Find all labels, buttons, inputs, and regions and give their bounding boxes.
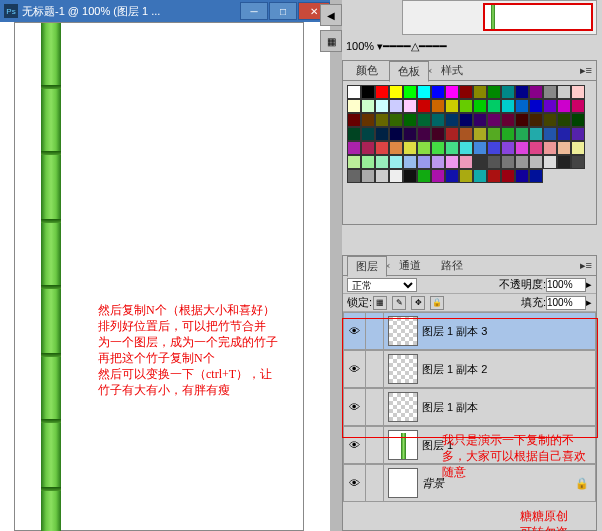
- lock-move-icon[interactable]: ✥: [411, 296, 425, 310]
- dock-panel-icon[interactable]: ▦: [320, 30, 342, 52]
- swatch[interactable]: [529, 169, 543, 183]
- panel-menu-icon[interactable]: ▸≡: [576, 259, 596, 272]
- swatch[interactable]: [487, 141, 501, 155]
- visibility-eye-icon[interactable]: 👁: [344, 465, 366, 501]
- swatch[interactable]: [431, 141, 445, 155]
- swatch[interactable]: [459, 113, 473, 127]
- layer-thumbnail[interactable]: [388, 430, 418, 460]
- swatch[interactable]: [417, 155, 431, 169]
- swatch[interactable]: [347, 127, 361, 141]
- swatch[interactable]: [403, 127, 417, 141]
- link-column[interactable]: [366, 465, 384, 501]
- swatch[interactable]: [501, 113, 515, 127]
- swatch[interactable]: [445, 85, 459, 99]
- swatch[interactable]: [571, 141, 585, 155]
- swatch[interactable]: [557, 99, 571, 113]
- swatch[interactable]: [417, 85, 431, 99]
- swatch[interactable]: [459, 99, 473, 113]
- swatch[interactable]: [515, 141, 529, 155]
- swatch[interactable]: [473, 85, 487, 99]
- swatches-grid[interactable]: [343, 81, 593, 187]
- swatch[interactable]: [543, 85, 557, 99]
- layer-thumbnail[interactable]: [388, 468, 418, 498]
- swatch[interactable]: [571, 127, 585, 141]
- swatch[interactable]: [501, 141, 515, 155]
- layer-thumbnail[interactable]: [388, 392, 418, 422]
- visibility-eye-icon[interactable]: 👁: [344, 313, 366, 349]
- swatch[interactable]: [445, 141, 459, 155]
- swatch[interactable]: [501, 169, 515, 183]
- swatch[interactable]: [375, 85, 389, 99]
- blend-mode-select[interactable]: 正常: [347, 278, 417, 292]
- swatch[interactable]: [487, 85, 501, 99]
- swatch[interactable]: [571, 155, 585, 169]
- swatch[interactable]: [501, 127, 515, 141]
- canvas[interactable]: [14, 22, 304, 531]
- swatch[interactable]: [445, 127, 459, 141]
- swatch[interactable]: [375, 155, 389, 169]
- swatch[interactable]: [361, 113, 375, 127]
- swatch[interactable]: [473, 141, 487, 155]
- swatch[interactable]: [403, 113, 417, 127]
- swatch[interactable]: [571, 99, 585, 113]
- swatch[interactable]: [529, 99, 543, 113]
- swatch[interactable]: [361, 155, 375, 169]
- swatch[interactable]: [417, 127, 431, 141]
- swatch[interactable]: [375, 141, 389, 155]
- titlebar[interactable]: Ps 无标题-1 @ 100% (图层 1 ... ─ □ ✕: [0, 0, 330, 22]
- swatch[interactable]: [459, 85, 473, 99]
- swatch[interactable]: [459, 141, 473, 155]
- tab-swatches[interactable]: 色板: [389, 61, 429, 82]
- swatch[interactable]: [543, 113, 557, 127]
- navigator-viewport[interactable]: [483, 3, 593, 31]
- panel-menu-icon[interactable]: ▸≡: [576, 64, 596, 77]
- swatch[interactable]: [375, 113, 389, 127]
- swatch[interactable]: [389, 85, 403, 99]
- link-column[interactable]: [366, 313, 384, 349]
- swatch[interactable]: [347, 113, 361, 127]
- lock-paint-icon[interactable]: ✎: [392, 296, 406, 310]
- swatch[interactable]: [473, 99, 487, 113]
- swatch[interactable]: [403, 155, 417, 169]
- swatch[interactable]: [347, 99, 361, 113]
- swatch[interactable]: [487, 127, 501, 141]
- swatch[interactable]: [487, 169, 501, 183]
- tab-styles[interactable]: 样式: [432, 60, 472, 81]
- swatch[interactable]: [347, 169, 361, 183]
- swatch[interactable]: [501, 99, 515, 113]
- swatch[interactable]: [501, 155, 515, 169]
- swatch[interactable]: [529, 141, 543, 155]
- swatch[interactable]: [361, 85, 375, 99]
- swatch[interactable]: [515, 155, 529, 169]
- maximize-button[interactable]: □: [269, 2, 297, 20]
- swatch[interactable]: [529, 113, 543, 127]
- lock-all-icon[interactable]: 🔒: [430, 296, 444, 310]
- tab-color[interactable]: 颜色: [347, 60, 387, 81]
- swatch[interactable]: [403, 99, 417, 113]
- link-column[interactable]: [366, 351, 384, 387]
- swatch[interactable]: [557, 113, 571, 127]
- layer-item[interactable]: 👁图层 1 副本: [343, 388, 596, 426]
- swatch[interactable]: [473, 127, 487, 141]
- swatch[interactable]: [389, 169, 403, 183]
- tab-channels[interactable]: 通道: [390, 255, 430, 276]
- swatch[interactable]: [431, 85, 445, 99]
- zoom-display[interactable]: 100% ▾━━━━△━━━━: [342, 38, 451, 56]
- swatch[interactable]: [389, 141, 403, 155]
- swatch[interactable]: [375, 99, 389, 113]
- swatch[interactable]: [445, 113, 459, 127]
- fill-input[interactable]: [546, 296, 586, 310]
- swatch[interactable]: [403, 169, 417, 183]
- visibility-eye-icon[interactable]: 👁: [344, 389, 366, 425]
- opacity-input[interactable]: [546, 278, 586, 292]
- swatch[interactable]: [459, 155, 473, 169]
- swatch[interactable]: [487, 113, 501, 127]
- swatch[interactable]: [515, 85, 529, 99]
- swatch[interactable]: [417, 141, 431, 155]
- swatch[interactable]: [501, 85, 515, 99]
- swatch[interactable]: [473, 155, 487, 169]
- swatch[interactable]: [557, 141, 571, 155]
- minimize-button[interactable]: ─: [240, 2, 268, 20]
- swatch[interactable]: [543, 127, 557, 141]
- swatch[interactable]: [515, 99, 529, 113]
